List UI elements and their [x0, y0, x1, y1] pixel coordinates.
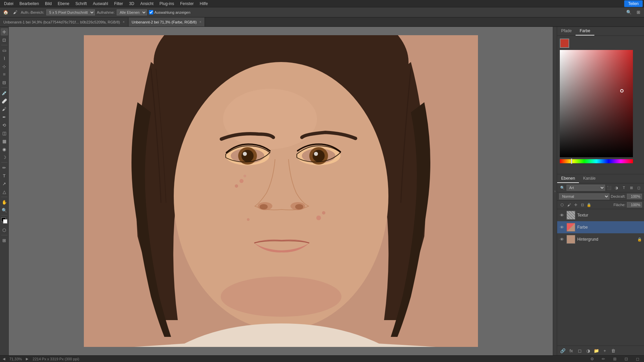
menu-ansicht[interactable]: Ansicht: [138, 1, 156, 7]
layer-textur-thumb: [567, 211, 575, 220]
layer-delete-btn[interactable]: 🗑: [609, 347, 617, 354]
kanaele-tab[interactable]: Kanäle: [579, 174, 599, 183]
ebenen-tab[interactable]: Ebenen: [557, 174, 579, 183]
menu-filter[interactable]: Filter: [111, 1, 126, 7]
status-next-btn[interactable]: ▶: [26, 357, 29, 361]
layer-farbe-visibility[interactable]: 👁: [559, 225, 565, 230]
auswahl-check[interactable]: Auswahlung anzeigen: [149, 10, 191, 14]
lock-transparent-btn[interactable]: ⬡: [559, 202, 565, 208]
stamp-tool[interactable]: ✒: [1, 113, 8, 121]
zoom-tool[interactable]: 🔍: [1, 206, 8, 214]
layer-farbe[interactable]: 👁 Farbe: [557, 221, 644, 233]
fg-color-swatch[interactable]: [560, 39, 569, 48]
menu-datei[interactable]: Datei: [1, 1, 16, 7]
crop-tool[interactable]: ⌗: [1, 71, 8, 78]
menu-plugins[interactable]: Plug-ins: [157, 1, 177, 7]
collapse-handle[interactable]: ›: [553, 27, 557, 355]
layer-textur[interactable]: 👁 Textur: [557, 209, 644, 221]
brush-tool[interactable]: 🖌: [1, 105, 8, 113]
aufnahme-select[interactable]: Alle Ebenen: [117, 9, 147, 15]
canvas-area[interactable]: [9, 27, 553, 355]
layers-search-icon[interactable]: 🔍: [559, 184, 566, 191]
move-tool[interactable]: ✛: [1, 28, 8, 36]
artboard-tool[interactable]: ⊡: [1, 36, 8, 44]
gradient-tool[interactable]: ▦: [1, 137, 8, 145]
blur-tool[interactable]: ◉: [1, 145, 8, 153]
pen-tool[interactable]: ✏: [1, 164, 8, 171]
layer-link-btn[interactable]: 🔗: [559, 347, 567, 354]
status-tool2[interactable]: ✏: [600, 355, 607, 362]
doc-tab-1-close[interactable]: ×: [123, 20, 125, 24]
hue-slider[interactable]: [560, 159, 633, 163]
filter-smartobj-btn[interactable]: ◻: [635, 184, 642, 191]
lock-move-btn[interactable]: ✛: [573, 202, 579, 208]
filter-shape-btn[interactable]: ⊞: [628, 184, 635, 191]
farbe-tab[interactable]: Farbe: [576, 27, 594, 36]
menu-bearbeiten[interactable]: Bearbeiten: [17, 1, 42, 7]
lock-all-btn[interactable]: 🔒: [586, 202, 592, 208]
search-toolbar-icon[interactable]: 🔍: [625, 9, 633, 16]
pfade-tab[interactable]: Pfade: [557, 27, 576, 36]
aufn-bereich-select[interactable]: 5 x 5 Pixel Durchschnitt: [46, 9, 95, 15]
lock-artboard-btn[interactable]: ⊡: [579, 202, 585, 208]
arrange-icon[interactable]: ⊞: [635, 9, 642, 16]
path-select-tool[interactable]: ↗: [1, 180, 8, 187]
filter-pixel-btn[interactable]: ⬛: [606, 184, 612, 191]
layer-style-btn[interactable]: fx: [568, 347, 575, 354]
menu-schrift[interactable]: Schrift: [73, 1, 90, 7]
status-dimensions: 2214 Px x 3319 Px (300 ppi): [33, 357, 79, 361]
menu-bild[interactable]: Bild: [42, 1, 54, 7]
layer-adjustment-btn[interactable]: ◑: [584, 347, 592, 354]
menu-3d[interactable]: 3D: [126, 1, 137, 7]
brush-toolbar-btn[interactable]: 🖌: [11, 9, 19, 16]
layer-new-btn[interactable]: +: [601, 347, 608, 354]
frame-tool[interactable]: ⊟: [1, 79, 8, 86]
menu-hilfe[interactable]: Hilfe: [197, 1, 211, 7]
color-picker-gradient[interactable]: [560, 50, 633, 157]
spot-heal-tool[interactable]: 🩹: [1, 97, 8, 105]
doc-tab-2[interactable]: Unbenannt-2 bei 71,3% (Farbe, RGB/8) ×: [128, 17, 205, 26]
hand-tool[interactable]: ✋: [1, 198, 8, 206]
dodge-tool[interactable]: ☽: [1, 154, 8, 161]
share-button[interactable]: Teilen: [624, 0, 643, 7]
layer-hintergrund-visibility[interactable]: 👁: [559, 237, 565, 242]
layer-group-btn[interactable]: 📁: [593, 347, 600, 354]
menu-auswahl[interactable]: Auswahl: [90, 1, 111, 7]
deckraft-input[interactable]: [627, 194, 642, 199]
auswahl-checkbox[interactable]: [149, 10, 153, 14]
layer-textur-visibility[interactable]: 👁: [559, 213, 565, 218]
lasso-tool[interactable]: ⌇: [1, 55, 8, 62]
status-tool4[interactable]: ⊡: [623, 355, 630, 362]
doc-tab-1[interactable]: Unbenannt-1 bei 34,9% (bca77544d76c791f.…: [0, 17, 128, 26]
layers-type-select[interactable]: Art: [567, 185, 605, 191]
doc-tab-2-close[interactable]: ×: [199, 20, 201, 24]
history-brush-tool[interactable]: ⟲: [1, 121, 8, 129]
quick-mask-tool[interactable]: ⬡: [1, 226, 8, 234]
screen-mode-tool[interactable]: ⊞: [1, 237, 8, 244]
blend-mode-select[interactable]: Normal: [559, 193, 609, 199]
object-select-tool[interactable]: ⊹: [1, 63, 8, 70]
color-swatch[interactable]: [1, 218, 7, 224]
eraser-tool[interactable]: ◫: [1, 129, 8, 137]
status-tool5[interactable]: ◻: [634, 355, 641, 362]
layer-hintergrund-thumb-img: [567, 235, 575, 243]
layer-hintergrund[interactable]: 👁 Hintergrund 🔒: [557, 233, 644, 245]
status-prev-btn[interactable]: ◀: [3, 357, 5, 361]
layer-mask-btn[interactable]: ◻: [576, 347, 583, 354]
background-color[interactable]: [3, 219, 7, 224]
lock-brush-btn[interactable]: 🖌: [566, 202, 572, 208]
text-tool[interactable]: T: [1, 172, 8, 179]
status-tool3[interactable]: ⊞: [611, 355, 619, 362]
marquee-tool[interactable]: ▭: [1, 47, 8, 54]
home-toolbar-btn[interactable]: 🏠: [2, 9, 9, 16]
filter-adjust-btn[interactable]: ◑: [613, 184, 620, 191]
menu-fenster[interactable]: Fenster: [177, 1, 197, 7]
filter-type-btn[interactable]: T: [621, 184, 627, 191]
tool-sep-3: [1, 162, 7, 163]
shape-tool[interactable]: △: [1, 188, 8, 195]
status-tool1[interactable]: ⚙: [588, 355, 596, 362]
eyedropper-tool[interactable]: 💉: [1, 89, 8, 97]
doc-tab-1-detail: b0b226c5209fa, RGB/8): [80, 20, 120, 24]
flaeche-input[interactable]: [627, 202, 642, 207]
menu-ebene[interactable]: Ebene: [55, 1, 72, 7]
